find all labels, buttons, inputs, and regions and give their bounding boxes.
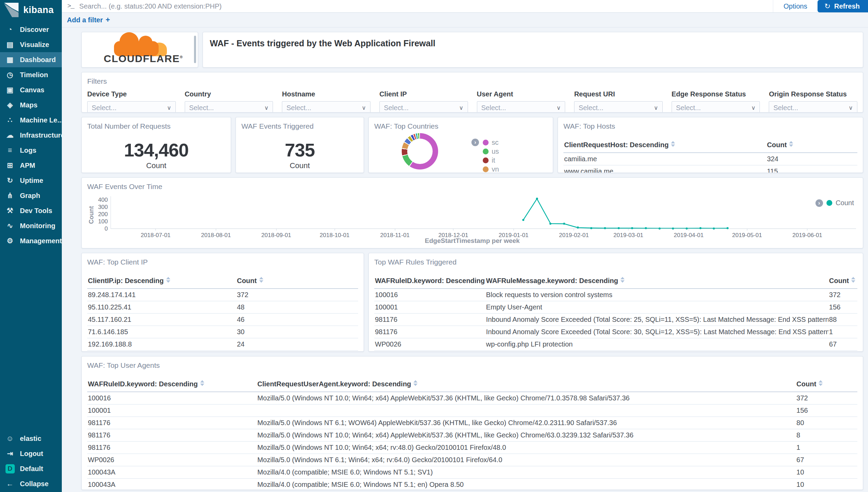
legend-item-it[interactable]: it bbox=[483, 156, 499, 165]
column-header[interactable]: ClientRequestHost: Descending bbox=[563, 138, 766, 153]
table-cell: Block requests to version control system… bbox=[486, 289, 829, 301]
data-point[interactable] bbox=[604, 227, 606, 229]
count-series-label[interactable]: Count bbox=[836, 199, 854, 207]
table-row: 100043AMozilla/4.0 (compatible; MSIE 6.0… bbox=[87, 479, 857, 490]
column-header[interactable]: WAFRuleMessage.keyword: Descending bbox=[486, 274, 829, 289]
data-point[interactable] bbox=[522, 219, 524, 221]
legend-expand-icon[interactable]: › bbox=[815, 199, 823, 207]
sidebar-item-machine-learning[interactable]: ∴Machine Le... bbox=[0, 113, 62, 128]
top-countries-donut-chart[interactable] bbox=[402, 133, 438, 169]
table-cell: 100043A bbox=[87, 466, 256, 479]
sidebar-item-logs[interactable]: ≡Logs bbox=[0, 143, 62, 158]
legend-item-sc[interactable]: sc bbox=[483, 138, 499, 147]
graph-icon: ⋔ bbox=[5, 191, 15, 200]
sidebar-item-elastic-user[interactable]: ☺elastic bbox=[0, 431, 62, 446]
table-row: 71.6.146.18530 bbox=[87, 326, 358, 338]
column-header[interactable]: WAFRuleID.keyword: Descending bbox=[374, 274, 486, 289]
sidebar-item-logout[interactable]: ⇥Logout bbox=[0, 446, 62, 461]
column-header[interactable]: Count bbox=[829, 274, 857, 289]
filter-select[interactable]: Select... ∨ bbox=[574, 101, 663, 113]
table-cell: 48 bbox=[236, 301, 358, 314]
sort-caret-icon bbox=[851, 277, 855, 283]
filter-select[interactable]: Select... ∨ bbox=[769, 101, 857, 113]
data-point[interactable] bbox=[727, 227, 729, 229]
filter-select[interactable]: Select... ∨ bbox=[672, 101, 760, 113]
data-point[interactable] bbox=[563, 223, 565, 225]
column-header[interactable]: Count bbox=[236, 274, 358, 289]
sort-caret-icon bbox=[259, 277, 263, 283]
data-point[interactable] bbox=[713, 227, 715, 230]
table-cell: 20 bbox=[829, 351, 857, 352]
add-filter-link[interactable]: Add a filter bbox=[67, 16, 103, 24]
refresh-button[interactable]: ↻Refresh bbox=[818, 0, 868, 12]
column-header[interactable]: Count bbox=[766, 138, 857, 153]
sidebar-item-canvas[interactable]: ▣Canvas bbox=[0, 82, 62, 97]
table-cell: 67 bbox=[796, 454, 857, 466]
table-cell: WP0026 bbox=[87, 454, 256, 466]
sidebar-item-collapse[interactable]: ←Collapse bbox=[0, 476, 62, 491]
data-point[interactable] bbox=[686, 227, 688, 230]
filter-bar: Add a filter + bbox=[62, 13, 868, 27]
filter-select[interactable]: Select... ∨ bbox=[87, 101, 176, 113]
select-placeholder: Select... bbox=[189, 104, 214, 112]
panel-scrollbar[interactable] bbox=[194, 36, 196, 63]
data-point[interactable] bbox=[645, 227, 647, 229]
data-point[interactable] bbox=[659, 227, 661, 230]
data-point[interactable] bbox=[549, 223, 551, 225]
sidebar-item-visualize[interactable]: ▤Visualize bbox=[0, 37, 62, 52]
filter-field-country: Country Select... ∨ bbox=[185, 90, 273, 113]
filter-select[interactable]: Select... ∨ bbox=[282, 101, 370, 113]
table-cell: Mozilla/4.0 (compatible; MSIE 6.0; Windo… bbox=[256, 479, 796, 490]
query-icon: >_ bbox=[67, 2, 74, 10]
legend-dot bbox=[483, 157, 489, 163]
table-row: 981176Inbound Anomaly Score Exceeded (To… bbox=[374, 326, 857, 338]
filter-select[interactable]: Select... ∨ bbox=[477, 101, 566, 113]
data-point[interactable] bbox=[631, 227, 633, 229]
refresh-icon: ↻ bbox=[824, 2, 831, 10]
data-point[interactable] bbox=[618, 227, 620, 229]
sidebar-item-dashboard[interactable]: ▦Dashboard bbox=[0, 52, 62, 67]
data-point[interactable] bbox=[590, 227, 592, 229]
options-button[interactable]: Options bbox=[773, 0, 818, 12]
line-plot-area[interactable]: 2018-07-012018-08-012018-09-012018-10-01… bbox=[111, 196, 856, 229]
table-cell: 372 bbox=[829, 289, 857, 301]
column-header[interactable]: WAFRuleID.keyword: Descending bbox=[87, 377, 256, 392]
select-placeholder: Select... bbox=[773, 104, 798, 112]
data-point[interactable] bbox=[699, 227, 701, 229]
filter-select[interactable]: Select... ∨ bbox=[379, 101, 468, 113]
filter-label: Edge Response Status bbox=[672, 90, 760, 98]
sidebar-item-management[interactable]: ⚙Management bbox=[0, 233, 62, 248]
sidebar-item-maps[interactable]: ◈Maps bbox=[0, 97, 62, 113]
sidebar-item-infrastructure[interactable]: ☁Infrastructure bbox=[0, 128, 62, 143]
top-countries-legend: › scusitvn bbox=[483, 138, 499, 173]
data-point[interactable] bbox=[536, 198, 538, 200]
y-axis-label: Count bbox=[88, 201, 95, 229]
sidebar-item-discover[interactable]: ◔Discover bbox=[0, 22, 62, 37]
logout-icon: ⇥ bbox=[5, 449, 15, 458]
sidebar-item-graph[interactable]: ⋔Graph bbox=[0, 188, 62, 203]
column-header[interactable]: ClientRequestUserAgent.keyword: Descendi… bbox=[256, 377, 796, 392]
panel-total-requests: Total Number of Requests 134,460 Count bbox=[81, 117, 231, 173]
table-cell: 95.110.225.41 bbox=[87, 301, 236, 314]
table-cell: 67 bbox=[829, 338, 857, 351]
sidebar-item-apm[interactable]: ⊞APM bbox=[0, 158, 62, 173]
sidebar-item-default-space[interactable]: DDefault bbox=[0, 461, 62, 476]
sidebar-item-monitoring[interactable]: ∿Monitoring bbox=[0, 218, 62, 233]
sidebar-item-timelion[interactable]: ◷Timelion bbox=[0, 67, 62, 82]
filter-select[interactable]: Select... ∨ bbox=[185, 101, 273, 113]
legend-item-vn[interactable]: vn bbox=[483, 165, 499, 173]
data-point[interactable] bbox=[672, 227, 674, 230]
legend-item-us[interactable]: us bbox=[483, 147, 499, 156]
add-filter-plus-icon[interactable]: + bbox=[105, 15, 110, 24]
data-point[interactable] bbox=[577, 226, 579, 229]
kibana-logo[interactable]: kibana bbox=[0, 0, 62, 20]
table-row: 100016Mozilla/5.0 (Windows NT 10.0; Win6… bbox=[87, 392, 857, 405]
search-input[interactable]: >_ Search... (e.g. status:200 AND extens… bbox=[62, 0, 773, 12]
sidebar-item-uptime[interactable]: ↻Uptime bbox=[0, 173, 62, 188]
count-series-dot[interactable] bbox=[826, 200, 832, 206]
chevron-down-icon: ∨ bbox=[459, 104, 463, 112]
sidebar-item-dev-tools[interactable]: ⚒Dev Tools bbox=[0, 203, 62, 218]
legend-expand-icon[interactable]: › bbox=[471, 139, 479, 146]
column-header[interactable]: Count bbox=[796, 377, 857, 392]
column-header[interactable]: ClientIP.ip: Descending bbox=[87, 274, 236, 289]
